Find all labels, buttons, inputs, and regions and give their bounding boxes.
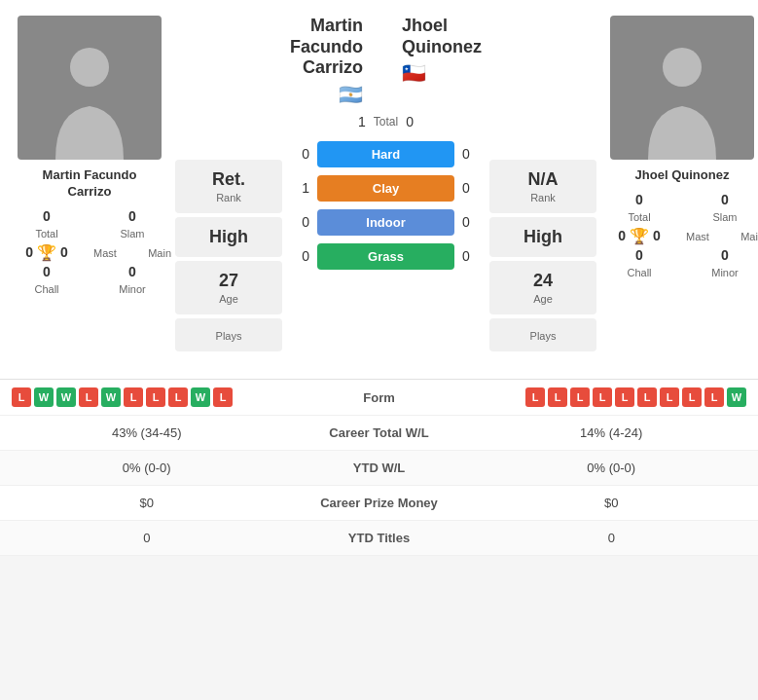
grass-button[interactable]: Grass bbox=[317, 243, 454, 270]
left-form-badge-l: L bbox=[213, 387, 233, 407]
left-mast-value: 0 bbox=[25, 244, 33, 260]
clay-button[interactable]: Clay bbox=[317, 175, 454, 202]
right-minor-value: 0 bbox=[686, 247, 758, 263]
hard-right-count: 0 bbox=[462, 146, 482, 162]
stats-label-2: Career Prize Money bbox=[282, 496, 477, 510]
form-row: LWWLWLLLWL Form LLLLLLLLLW bbox=[0, 380, 758, 416]
right-rank-label: Rank bbox=[495, 192, 591, 203]
right-chall-stat: 0 Chall bbox=[600, 247, 678, 280]
total-label: Total bbox=[374, 115, 398, 129]
hard-button[interactable]: Hard bbox=[317, 141, 454, 167]
form-label: Form bbox=[321, 390, 438, 405]
clay-right-count: 0 bbox=[462, 180, 482, 196]
right-plays-label: Plays bbox=[495, 330, 591, 342]
left-player-name: Martin Facundo Carrizo bbox=[43, 167, 137, 201]
surface-rows: 0 Hard 0 1 Clay 0 0 Indoor 0 0 Grass bbox=[290, 141, 482, 277]
left-form-badge-w: W bbox=[56, 387, 76, 407]
stats-row-2: $0 Career Prize Money $0 bbox=[0, 486, 758, 521]
right-header: Jhoel Quinonez 🇨🇱 bbox=[382, 16, 482, 85]
stats-rows-container: 43% (34-45) Career Total W/L 14% (4-24) … bbox=[0, 416, 758, 556]
right-middle-section: N/A Rank High 24 Age Plays bbox=[489, 16, 596, 355]
form-badges-right: LLLLLLLLLW bbox=[438, 387, 747, 407]
right-form-badge-l: L bbox=[637, 387, 657, 407]
left-total-label: Total bbox=[35, 228, 57, 239]
right-minor-stat: 0 Minor bbox=[686, 247, 758, 280]
left-form-badge-l: L bbox=[12, 387, 31, 407]
left-plays-label: Plays bbox=[181, 330, 276, 342]
left-total-value: 0 bbox=[8, 208, 86, 224]
right-form-badge-l: L bbox=[548, 387, 567, 407]
left-player-stats: 0 Total 0 Slam 0 🏆 0 Mast Ma bbox=[8, 208, 171, 297]
left-form-badge-w: W bbox=[34, 387, 54, 407]
stats-row-3: 0 YTD Titles 0 bbox=[0, 521, 758, 556]
left-minor-stat: 0 Minor bbox=[93, 264, 171, 297]
right-age-label: Age bbox=[495, 293, 591, 305]
stats-right-3: 0 bbox=[477, 531, 747, 545]
stats-row-0: 43% (34-45) Career Total W/L 14% (4-24) bbox=[0, 416, 758, 451]
left-slam-stat: 0 Slam bbox=[93, 208, 171, 241]
left-form-badge-w: W bbox=[101, 387, 121, 407]
stats-label-1: YTD W/L bbox=[282, 461, 477, 475]
grass-left-count: 0 bbox=[290, 248, 309, 264]
left-main-label: Main bbox=[148, 247, 171, 259]
left-age-label: Age bbox=[181, 293, 276, 305]
right-rank-box: N/A Rank bbox=[489, 160, 596, 213]
right-player-photo bbox=[610, 16, 754, 160]
right-mast-stat: 0 🏆 0 bbox=[600, 227, 678, 245]
left-main-value: 0 bbox=[60, 244, 68, 260]
left-age-value: 27 bbox=[181, 271, 276, 291]
stats-left-3: 0 bbox=[12, 531, 282, 545]
left-flag: 🇦🇷 bbox=[290, 83, 363, 106]
right-slam-label: Slam bbox=[712, 211, 737, 223]
hard-left-count: 0 bbox=[290, 146, 309, 162]
right-minor-label: Minor bbox=[711, 267, 739, 278]
right-slam-stat: 0 Slam bbox=[686, 192, 758, 225]
indoor-left-count: 0 bbox=[290, 214, 309, 230]
svg-point-0 bbox=[70, 48, 109, 87]
left-plays-box: Plays bbox=[175, 318, 282, 351]
left-player-card: Martin Facundo Carrizo 0 Total 0 Slam 0 … bbox=[8, 16, 171, 355]
top-section: Martin Facundo Carrizo 0 Total 0 Slam 0 … bbox=[0, 0, 758, 371]
right-player-name: Jhoel Quinonez bbox=[635, 167, 730, 184]
clay-row: 1 Clay 0 bbox=[290, 175, 482, 202]
right-main-name: Jhoel Quinonez bbox=[402, 16, 482, 57]
stats-left-2: $0 bbox=[12, 496, 282, 510]
left-form-badge-l: L bbox=[146, 387, 165, 407]
left-trophy-icon: 🏆 bbox=[37, 243, 56, 262]
left-mast-stat: 0 🏆 0 bbox=[8, 243, 86, 262]
stats-left-1: 0% (0-0) bbox=[12, 461, 282, 475]
stats-right-1: 0% (0-0) bbox=[477, 461, 747, 475]
right-form-badge-l: L bbox=[704, 387, 724, 407]
left-high-value: High bbox=[181, 227, 276, 247]
right-player-silhouette bbox=[638, 43, 726, 160]
right-slam-value: 0 bbox=[686, 192, 758, 207]
right-form-badge-l: L bbox=[615, 387, 634, 407]
left-form-badge-w: W bbox=[191, 387, 210, 407]
right-age-box: 24 Age bbox=[489, 261, 596, 314]
hard-row: 0 Hard 0 bbox=[290, 141, 482, 167]
left-slam-value: 0 bbox=[93, 208, 171, 224]
left-player-silhouette bbox=[46, 43, 133, 160]
left-minor-label: Minor bbox=[119, 283, 146, 295]
right-high-box: High bbox=[489, 217, 596, 257]
left-main-name: Martin FacundoCarrizo bbox=[290, 16, 363, 79]
grass-row: 0 Grass 0 bbox=[290, 243, 482, 270]
right-form-badge-w: W bbox=[727, 387, 746, 407]
left-rank-value: Ret. bbox=[181, 169, 276, 190]
right-total-value: 0 bbox=[600, 192, 678, 207]
left-form-badge-l: L bbox=[124, 387, 143, 407]
right-form-badge-l: L bbox=[593, 387, 612, 407]
indoor-button[interactable]: Indoor bbox=[317, 209, 454, 236]
indoor-right-count: 0 bbox=[462, 214, 482, 230]
right-form-badge-l: L bbox=[682, 387, 702, 407]
total-right-count: 0 bbox=[406, 114, 425, 129]
left-chall-label: Chall bbox=[34, 283, 58, 295]
right-total-stat: 0 Total bbox=[600, 192, 678, 225]
left-slam-label: Slam bbox=[120, 228, 144, 239]
total-row: 1 Total 0 bbox=[346, 114, 425, 129]
left-rank-label: Rank bbox=[181, 192, 276, 203]
right-form-badge-l: L bbox=[570, 387, 590, 407]
player-headers: Martin FacundoCarrizo 🇦🇷 Jhoel Quinonez … bbox=[290, 16, 482, 106]
right-trophy-icon: 🏆 bbox=[630, 227, 649, 245]
left-header: Martin FacundoCarrizo 🇦🇷 bbox=[290, 16, 382, 106]
